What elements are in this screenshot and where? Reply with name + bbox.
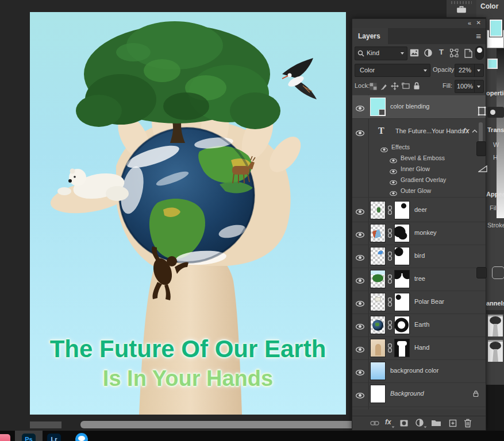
fill-dropdown-button[interactable]	[474, 80, 484, 93]
toolbox-panel[interactable]	[447, 0, 476, 17]
tab-layers[interactable]: Layers	[352, 28, 388, 44]
layer-mask-thumbnail[interactable]	[394, 293, 410, 311]
channel-thumbnail[interactable]	[488, 315, 503, 336]
lightroom-taskbar-icon[interactable]: Lr	[47, 434, 61, 441]
visibility-eye-icon[interactable]	[356, 345, 364, 355]
layer-row-background[interactable]: Background	[352, 382, 486, 407]
stroke-width-input[interactable]	[476, 267, 487, 278]
fill-input[interactable]: 100%	[455, 80, 475, 93]
mask-link-icon[interactable]	[387, 320, 393, 330]
layer-row-polar-bear[interactable]: Polar Bear	[352, 291, 486, 314]
layer-row-earth[interactable]: Earth	[352, 314, 486, 337]
collapse-panel-icon[interactable]: «	[468, 20, 471, 26]
layer-thumbnail[interactable]	[370, 316, 386, 334]
document-canvas[interactable]: The Future Of Our Earth Is In Your Hands	[30, 12, 346, 415]
filter-shape-layers-icon[interactable]	[450, 49, 459, 57]
layer-mask-thumbnail[interactable]	[394, 339, 410, 357]
lock-pixels-brush-icon[interactable]	[380, 83, 388, 90]
channel-thumbnail[interactable]	[488, 340, 503, 362]
filter-smart-objects-icon[interactable]	[464, 49, 472, 58]
delete-layer-trash-icon[interactable]	[464, 419, 472, 428]
layer-mask-thumbnail[interactable]	[394, 201, 410, 219]
properties-mode-button[interactable]	[487, 107, 504, 118]
fx-badge-icon[interactable]: fx	[463, 127, 470, 135]
visibility-eye-icon[interactable]	[356, 390, 364, 401]
new-layer-icon[interactable]	[448, 419, 457, 428]
layer-name[interactable]: tree	[414, 275, 425, 282]
taskbar-app-icon[interactable]	[0, 434, 10, 441]
opacity-input[interactable]: 22%	[455, 64, 475, 77]
photoshop-taskbar-icon[interactable]: Ps	[22, 434, 36, 441]
mask-properties-icon[interactable]	[478, 106, 486, 116]
layer-name[interactable]: The Future...Your Hands	[395, 127, 464, 134]
blend-mode-dropdown[interactable]: Color	[355, 64, 430, 77]
layer-name[interactable]: Polar Bear	[414, 298, 444, 305]
layer-thumbnail[interactable]	[370, 293, 386, 311]
layer-name[interactable]: background color	[390, 367, 438, 374]
visibility-eye-icon[interactable]	[356, 368, 364, 378]
layer-row-background-color[interactable]: background color	[352, 359, 486, 383]
effects-header-row[interactable]: Effects	[352, 142, 486, 153]
close-panel-icon[interactable]: ✕	[476, 20, 481, 26]
layer-row-bird[interactable]: bird	[352, 245, 486, 268]
layer-thumbnail[interactable]	[370, 385, 386, 403]
layer-name[interactable]: Earth	[414, 321, 429, 328]
layer-row-monkey[interactable]: monkey	[352, 222, 486, 245]
visibility-eye-icon[interactable]	[356, 253, 364, 263]
lock-transparency-icon[interactable]	[370, 83, 377, 90]
layer-row-text[interactable]: T The Future...Your Hands fx	[352, 120, 486, 143]
mask-link-icon[interactable]	[387, 343, 393, 353]
layer-name[interactable]: bird	[414, 252, 425, 259]
layer-name[interactable]: deer	[414, 206, 427, 213]
layer-style-fx-icon[interactable]: fx	[385, 418, 391, 426]
tab-color[interactable]: Color	[476, 0, 504, 17]
layer-thumbnail[interactable]	[370, 247, 386, 265]
filter-adjustment-layers-icon[interactable]	[424, 49, 432, 57]
layer-thumbnail[interactable]	[370, 224, 386, 242]
effect-row-outer-glow[interactable]: Outer Glow	[352, 185, 486, 198]
filter-pixel-layers-icon[interactable]	[410, 49, 419, 57]
foreground-color-swatch[interactable]	[490, 20, 502, 37]
lock-position-move-icon[interactable]	[391, 82, 399, 90]
layer-mask-thumbnail[interactable]	[394, 270, 410, 288]
scrollbar-corner[interactable]	[30, 421, 61, 428]
angle-icon[interactable]	[478, 165, 487, 172]
layer-thumbnail[interactable]	[370, 362, 386, 380]
mask-link-icon[interactable]	[387, 252, 393, 261]
visibility-eye-icon[interactable]	[356, 322, 364, 332]
link-layers-icon[interactable]	[370, 419, 379, 428]
layer-mask-thumbnail[interactable]	[394, 316, 410, 334]
effect-row-gradient-overlay[interactable]: Gradient Overlay	[352, 175, 486, 185]
filter-kind-dropdown[interactable]: Kind	[355, 47, 407, 60]
mask-link-icon[interactable]	[387, 206, 393, 215]
mask-link-icon[interactable]	[387, 274, 393, 284]
layer-name[interactable]: monkey	[414, 229, 437, 236]
layer-row-hand[interactable]: Hand	[352, 336, 486, 360]
skype-taskbar-icon[interactable]	[75, 433, 88, 441]
color-swatch[interactable]	[487, 59, 498, 69]
layer-thumbnail[interactable]	[370, 339, 386, 357]
adjustment-layer-icon[interactable]	[415, 419, 424, 427]
visibility-eye-icon[interactable]	[356, 276, 364, 286]
new-group-folder-icon[interactable]	[431, 419, 441, 427]
lock-artboard-icon[interactable]	[402, 82, 410, 90]
opacity-dropdown-button[interactable]	[474, 64, 484, 77]
visibility-eye-icon[interactable]	[356, 128, 364, 138]
mask-link-icon[interactable]	[387, 229, 393, 238]
layer-name[interactable]: color blending	[390, 103, 430, 110]
mask-link-icon[interactable]	[387, 297, 393, 307]
layer-row-color-blending[interactable]: color blending	[352, 95, 486, 119]
layer-row-tree[interactable]: tree	[352, 268, 486, 291]
layer-name[interactable]: Hand	[414, 344, 429, 351]
layer-thumbnail[interactable]	[370, 270, 386, 288]
add-layer-mask-icon[interactable]	[399, 419, 409, 428]
visibility-eye-icon[interactable]	[356, 207, 364, 217]
width-input[interactable]	[476, 141, 486, 156]
effect-row-inner-glow[interactable]: Inner Glow	[352, 164, 486, 175]
layer-row-deer[interactable]: deer	[352, 199, 486, 222]
layer-name[interactable]: Background	[390, 390, 424, 397]
visibility-eye-icon[interactable]	[356, 230, 364, 240]
collapse-effects-chevron-icon[interactable]	[472, 129, 478, 133]
layer-thumbnail[interactable]	[370, 98, 386, 116]
filter-type-layers-icon[interactable]: T	[439, 48, 444, 56]
